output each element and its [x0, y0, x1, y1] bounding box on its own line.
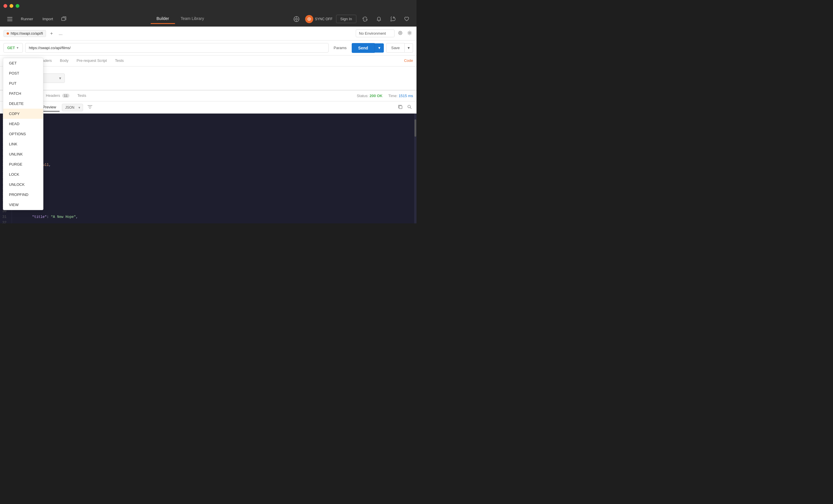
sync-icon	[305, 15, 313, 23]
tab-tests[interactable]: Tests	[111, 55, 127, 66]
request-tabs: Authorization Headers Body Pre-request S…	[0, 55, 416, 67]
maximize-button[interactable]	[16, 4, 19, 8]
env-view-button[interactable]	[397, 29, 404, 37]
json-code-content[interactable]: "count": 7, "next": null, "previous": nu…	[12, 114, 416, 223]
method-item-view[interactable]: VIEW	[3, 200, 43, 210]
save-dropdown-button[interactable]: ▼	[405, 43, 413, 53]
save-button[interactable]: Save	[386, 43, 405, 53]
tab-team-library[interactable]: Team Library	[175, 14, 210, 24]
method-dropdown-button[interactable]: GET ▼	[3, 43, 23, 53]
method-item-copy[interactable]: COPY	[3, 109, 43, 119]
top-nav: Runner Import Builder Team Library	[0, 11, 416, 27]
json-line: "results": [	[15, 179, 413, 185]
json-content: 14 15 16 17 18 19 20 21 22 23 24 25 26 2…	[0, 114, 416, 223]
svg-rect-3	[62, 18, 65, 21]
body-display-tabs: Pretty Raw Preview JSON XML HTML Text ▼	[0, 101, 416, 114]
minimize-button[interactable]	[9, 4, 13, 8]
wrench-icon-button[interactable]	[387, 14, 398, 24]
json-line: "previous": null,	[15, 162, 413, 168]
close-button[interactable]	[3, 4, 7, 8]
status-label: Status: 200 OK	[357, 94, 383, 98]
nav-right: SYNC OFF Sign In	[291, 14, 412, 24]
svg-point-13	[400, 32, 401, 33]
send-dropdown-button[interactable]: ▼	[375, 43, 384, 53]
env-settings-button[interactable]	[406, 29, 413, 37]
method-item-propfind[interactable]: PROPFIND	[3, 190, 43, 200]
time-label: Time: 1515 ms	[388, 94, 413, 98]
refresh-icon-button[interactable]	[360, 14, 370, 24]
method-item-head[interactable]: HEAD	[3, 119, 43, 129]
method-item-post[interactable]: POST	[3, 68, 43, 78]
method-item-put[interactable]: PUT	[3, 78, 43, 89]
titlebar	[0, 0, 416, 11]
search-response-button[interactable]	[406, 103, 413, 111]
url-input[interactable]	[25, 43, 329, 53]
svg-rect-1	[7, 19, 13, 19]
time-value: 1515 ms	[399, 94, 413, 98]
params-button[interactable]: Params	[331, 44, 350, 52]
json-line: "title": "A New Hope",	[15, 214, 413, 220]
headers-badge: 11	[62, 94, 69, 98]
bell-icon-button[interactable]	[374, 14, 384, 24]
json-line: "next": null,	[15, 145, 413, 151]
response-json-body: 14 15 16 17 18 19 20 21 22 23 24 25 26 2…	[0, 114, 416, 223]
tab-dirty-indicator	[7, 32, 9, 35]
status-value: 200 OK	[370, 94, 383, 98]
import-button[interactable]: Import	[39, 15, 57, 23]
send-button[interactable]: Send	[352, 43, 374, 53]
environment-select[interactable]: No Environment	[356, 29, 395, 37]
format-select[interactable]: JSON XML HTML Text	[62, 104, 83, 111]
method-item-unlink[interactable]: UNLINK	[3, 149, 43, 159]
satellite-icon-button[interactable]	[291, 14, 302, 24]
runner-button[interactable]: Runner	[17, 15, 37, 23]
tab-url-label: https://swapi.co/api/fi	[11, 31, 43, 35]
format-select-wrapper: JSON XML HTML Text ▼	[62, 104, 83, 111]
tab-builder[interactable]: Builder	[151, 14, 175, 24]
nav-tabs: Builder Team Library	[71, 14, 289, 24]
svg-point-12	[399, 31, 402, 35]
signin-button[interactable]: Sign In	[336, 15, 356, 23]
method-item-purge[interactable]: PURGE	[3, 159, 43, 169]
add-tab-button[interactable]: +	[48, 30, 54, 37]
request-row: GET ▼ Params Send ▼ Save ▼	[0, 41, 416, 55]
svg-rect-0	[7, 17, 13, 18]
svg-line-20	[410, 107, 411, 109]
method-dropdown: GET POST PUT PATCH DELETE COPY HEAD OPTI…	[3, 58, 43, 210]
method-item-get[interactable]: GET	[3, 58, 43, 68]
tab-body[interactable]: Body	[56, 55, 73, 66]
save-button-group: Save ▼	[386, 43, 413, 53]
svg-point-11	[309, 19, 310, 20]
method-item-options[interactable]: OPTIONS	[3, 129, 43, 139]
auth-area: No Auth Bearer Token Basic Auth OAuth 2.…	[0, 67, 416, 90]
sync-button[interactable]: SYNC OFF	[305, 15, 333, 23]
method-item-delete[interactable]: DELETE	[3, 99, 43, 109]
active-tab-pill[interactable]: https://swapi.co/api/fi	[3, 30, 46, 37]
method-item-link[interactable]: LINK	[3, 139, 43, 149]
svg-point-14	[409, 32, 410, 33]
sync-label: SYNC OFF	[315, 17, 333, 21]
more-tabs-button[interactable]: ...	[57, 30, 64, 37]
send-button-group: Send ▼	[352, 43, 384, 53]
method-item-unlock[interactable]: UNLOCK	[3, 179, 43, 190]
heart-icon-button[interactable]	[402, 14, 412, 24]
json-scrollbar-thumb	[414, 119, 416, 137]
method-label: GET	[7, 46, 15, 50]
response-area: Body Cookies Headers 11 Tests Status: 20…	[0, 90, 416, 223]
json-line: {	[15, 197, 413, 203]
environment-section: No Environment	[356, 29, 413, 37]
method-item-patch[interactable]: PATCH	[3, 89, 43, 99]
url-bar-row: https://swapi.co/api/fi + ... No Environ…	[0, 27, 416, 41]
tab-pre-request-script[interactable]: Pre-request Script	[73, 55, 111, 66]
resp-tab-tests[interactable]: Tests	[73, 91, 90, 101]
svg-rect-2	[7, 21, 13, 21]
copy-response-button[interactable]	[397, 103, 404, 111]
response-header: Body Cookies Headers 11 Tests Status: 20…	[0, 91, 416, 101]
sidebar-toggle-button[interactable]	[5, 14, 15, 24]
filter-icon-button[interactable]	[85, 104, 95, 111]
new-window-button[interactable]	[59, 14, 69, 24]
method-item-lock[interactable]: LOCK	[3, 169, 43, 179]
svg-rect-18	[399, 106, 402, 109]
json-scrollbar[interactable]	[414, 114, 416, 223]
code-link[interactable]: Code	[404, 55, 413, 66]
resp-tab-headers[interactable]: Headers 11	[42, 91, 73, 101]
